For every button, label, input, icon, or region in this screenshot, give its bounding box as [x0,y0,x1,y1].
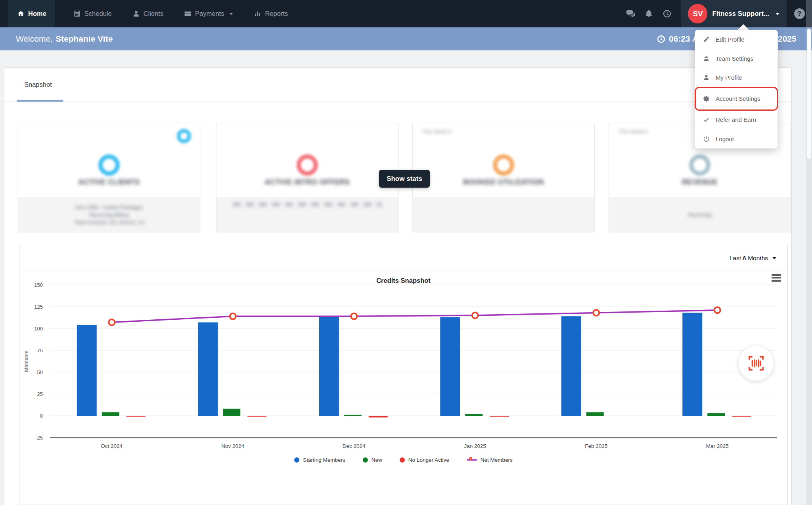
svg-text:75: 75 [37,348,43,353]
stat-footer-line: Recurring Billing [90,212,128,218]
menu-item-label: Refer and Earn [716,116,756,123]
date-range-selector[interactable]: Last 6 Months [730,245,776,271]
legend-label: Starting Members [303,457,345,463]
stat-card-booked-utilization: This Week ▾BOOKED UTILIZATION [412,123,595,232]
tab-row: Snapshot [4,67,792,102]
profile-chip[interactable]: SV Fitness Support... [681,0,787,27]
profile-dropdown-menu: Edit ProfileTeam SettingsMy ProfileAccou… [695,30,778,149]
stat-footer-line: Intro Offer : Active Packages [75,204,143,210]
svg-text:25: 25 [37,391,43,397]
chart-legend: Starting MembersNewNo Longer ActiveNet M… [19,457,787,463]
home-icon [17,10,25,17]
stat-card-active-clients: ACTIVE CLIENTSIntro Offer : Active Packa… [18,123,200,232]
stat-card-title: ACTIVE INTRO OFFERS [216,178,398,186]
svg-text:-25: -25 [35,435,43,441]
menu-item-edit-profile[interactable]: Edit Profile [695,30,778,49]
nav-item-home[interactable]: Home [8,0,55,27]
svg-text:150: 150 [34,282,43,288]
stat-footer-line: Total Contract: 93, Alumni: 13 [74,219,144,225]
svg-text:Jan 2025: Jan 2025 [464,443,486,449]
legend-item-no-longer-active: No Longer Active [400,457,449,463]
current-time: 06:23 A [657,27,698,50]
stat-card-body: This Week ▾BOOKED UTILIZATION [413,123,594,197]
svg-text:Dec 2024: Dec 2024 [343,443,366,449]
tab-snapshot[interactable]: Snapshot [17,67,59,102]
legend-dot-icon [363,457,368,463]
menu-item-logout[interactable]: Logout [695,129,778,148]
stat-card-footer: Intro Offer : Active PackagesRecurring B… [18,197,200,232]
person-icon [703,74,710,81]
svg-text:Oct 2024: Oct 2024 [101,443,123,449]
donut-icon [493,154,514,176]
chevron-down-icon [229,13,233,15]
nav-item-reports[interactable]: Reports [251,0,290,27]
menu-item-label: Account Settings [716,95,760,102]
svg-text:50: 50 [37,369,43,375]
legend-item-starting-members: Starting Members [294,457,345,463]
welcome-greeting: Welcome, [16,34,53,44]
gear-icon [703,95,710,102]
menu-item-label: Edit Profile [716,36,745,43]
nav-item-schedule[interactable]: Schedule [71,0,114,27]
welcome-bar: Welcome, Stephanie Vite 06:23 A 2025 [0,27,812,50]
chart-card-header: Last 6 Months [19,245,787,271]
legend-dot-icon [294,457,299,463]
nav-items: HomeScheduleClientsPaymentsReports [8,0,290,27]
chart-card: Last 6 Months Credits Snapshot -25025507… [19,245,788,505]
nav-item-payments[interactable]: Payments [182,0,236,27]
pencil-icon [703,36,710,43]
menu-item-refer-and-earn[interactable]: Refer and Earn [695,110,778,129]
dropdown-notch [737,24,749,30]
page-scrollbar-thumb[interactable] [807,29,811,159]
card-period-selector[interactable]: This Week ▾ [422,128,452,134]
menu-item-label: Team Settings [716,55,753,62]
barcode-scan-fab[interactable] [739,346,774,381]
top-navbar: HomeScheduleClientsPaymentsReports SV Fi… [0,0,812,27]
bell-icon[interactable] [640,0,658,27]
menu-item-label: Logout [716,136,734,142]
chat-icon[interactable] [621,0,640,27]
welcome-message: Welcome, Stephanie Vite [16,27,113,50]
stat-footer-line: Recurring [688,212,712,218]
stat-card-footer [216,197,398,232]
svg-text:Members: Members [23,350,29,372]
stat-card-body: ACTIVE INTRO OFFERS [216,123,398,197]
sync-status-icon [177,129,191,143]
welcome-user-name: Stephanie Vite [56,34,113,44]
legend-item-new: New [363,457,382,463]
stat-card-title: REVENUE [609,178,791,186]
clock-icon[interactable] [658,0,676,27]
svg-text:Nov 2024: Nov 2024 [221,443,244,449]
card-period-selector[interactable]: This Week ▾ [619,128,648,134]
stat-card-title: BOOKED UTILIZATION [413,178,594,186]
page-scrollbar-track[interactable] [806,0,812,505]
chevron-down-icon [776,13,779,15]
stat-card-footer [413,197,594,232]
current-date-fragment: 2025 [778,27,797,50]
svg-text:125: 125 [34,304,43,310]
power-icon [703,136,710,142]
stat-card-body: ACTIVE CLIENTS [18,123,200,197]
dashboard-page: HomeScheduleClientsPaymentsReports SV Fi… [0,0,812,505]
bar-chart-icon [254,10,261,17]
calendar-icon [73,10,81,17]
nav-item-clients[interactable]: Clients [130,0,166,27]
time-text: 06:23 A [669,34,698,44]
menu-item-my-profile[interactable]: My Profile [695,68,778,87]
card-icon [184,10,192,17]
team-icon [703,55,710,62]
menu-item-team-settings[interactable]: Team Settings [695,49,778,68]
stat-card-title: ACTIVE CLIENTS [18,178,200,186]
person-icon [132,10,140,17]
nav-item-label: Schedule [84,10,112,17]
avatar: SV [688,4,707,23]
credits-snapshot-chart: -250255075100125150MembersOct 2024Nov 20… [19,271,788,457]
profile-name: Fitness Support... [712,10,769,18]
svg-text:Mar 2025: Mar 2025 [706,443,729,449]
donut-icon [297,154,318,176]
show-stats-button[interactable]: Show stats [379,170,430,188]
svg-text:0: 0 [40,413,43,419]
menu-item-account-settings[interactable]: Account Settings [695,87,778,110]
stat-card-footer: Recurring [609,197,791,232]
legend-dot-icon [400,457,405,463]
